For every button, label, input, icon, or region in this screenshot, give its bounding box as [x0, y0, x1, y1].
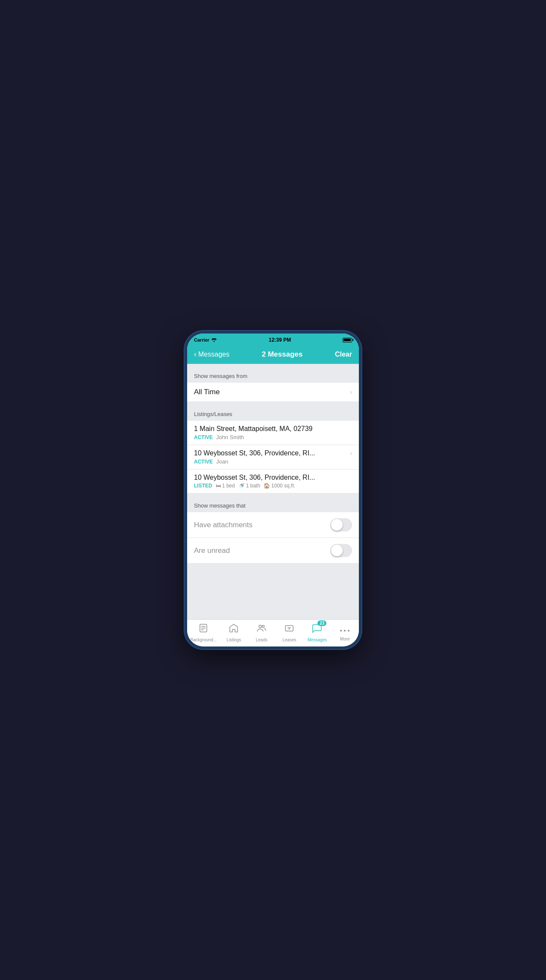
listing-1-status-row: ACTIVE John Smith: [194, 434, 352, 440]
more-icon: [340, 624, 350, 635]
are-unread-row: Are unread: [187, 538, 359, 564]
leases-icon: [284, 623, 294, 636]
bath-icon: 🚿: [238, 483, 245, 489]
listing-2-status-row: ACTIVE Joan: [194, 458, 315, 465]
listing-1-address: 1 Main Street, Mattapoisett, MA, 02739: [194, 425, 352, 433]
listing-3-baths: 🚿 1 bath: [238, 483, 260, 489]
listings-leases-label: Listings/Leases: [194, 411, 232, 417]
have-attachments-label: Have attachments: [194, 521, 252, 529]
listings-icon: [229, 623, 239, 636]
back-chevron-icon: ‹: [194, 350, 197, 359]
sqft-label: 1000 sq.ft.: [271, 483, 295, 489]
bed-icon: 🛏: [216, 483, 221, 489]
back-button[interactable]: ‹ Messages: [194, 350, 229, 359]
wifi-icon: [211, 338, 217, 342]
listings-group: 1 Main Street, Mattapoisett, MA, 02739 A…: [187, 421, 359, 493]
all-time-label: All Time: [194, 388, 220, 396]
have-attachments-toggle[interactable]: [330, 518, 352, 531]
home-icon: 🏠: [264, 483, 270, 489]
messages-icon-container: 23: [312, 623, 322, 636]
have-attachments-row: Have attachments: [187, 512, 359, 538]
leases-tab-label: Leases: [282, 638, 296, 642]
show-messages-from-label: Show messages from: [194, 373, 247, 379]
are-unread-label: Are unread: [194, 546, 230, 555]
svg-point-11: [348, 630, 349, 632]
listing-2-chevron-icon: ›: [350, 449, 352, 457]
svg-point-5: [262, 626, 264, 628]
svg-point-9: [340, 630, 342, 632]
tab-background[interactable]: Background...: [191, 623, 217, 642]
svg-point-4: [259, 625, 261, 628]
nav-title: 2 Messages: [262, 350, 302, 359]
baths-label: 1 bath: [246, 483, 260, 489]
listing-3-address: 10 Weybosset St, 306, Providence, RI...: [194, 474, 352, 481]
more-tab-label: More: [340, 637, 350, 641]
show-messages-that-header: Show messages that: [187, 493, 359, 512]
listing-2-content: 10 Weybosset St, 306, Providence, RI... …: [194, 449, 315, 465]
tab-messages[interactable]: 23 Messages: [306, 623, 328, 642]
tab-leads[interactable]: Leads: [251, 623, 272, 642]
status-time: 12:39 PM: [269, 337, 291, 343]
phone-screen: Carrier 12:39 PM ‹ Messages 2 Messages: [187, 334, 359, 646]
listing-item-2[interactable]: 10 Weybosset St, 306, Providence, RI... …: [187, 445, 359, 469]
show-messages-that-label: Show messages that: [194, 502, 246, 509]
background-icon: [198, 623, 208, 636]
have-attachments-toggle-knob: [331, 519, 343, 531]
show-messages-from-header: Show messages from: [187, 364, 359, 383]
leads-icon: [256, 623, 267, 636]
nav-bar: ‹ Messages 2 Messages Clear: [187, 345, 359, 364]
listing-1-status: ACTIVE: [194, 434, 213, 440]
messages-icon: [312, 625, 322, 635]
listing-3-sqft: 🏠 1000 sq.ft.: [264, 483, 295, 489]
listing-3-status: LISTED: [194, 483, 212, 489]
listing-2-status: ACTIVE: [194, 459, 213, 465]
listings-tab-label: Listings: [226, 638, 241, 642]
svg-point-8: [289, 629, 290, 630]
are-unread-toggle-knob: [331, 545, 343, 556]
battery-fill: [343, 339, 350, 341]
messages-badge: 23: [317, 620, 326, 626]
tab-bar: Background... Listings: [187, 619, 359, 646]
status-bar: Carrier 12:39 PM: [187, 334, 359, 345]
are-unread-toggle[interactable]: [330, 544, 352, 557]
listing-3-details: 🛏 1 bed 🚿 1 bath 🏠 1000 sq.ft.: [216, 483, 295, 489]
listings-leases-header: Listings/Leases: [187, 402, 359, 421]
tab-more[interactable]: More: [334, 624, 355, 641]
beds-label: 1 bed: [222, 483, 235, 489]
all-time-row[interactable]: All Time ›: [187, 383, 359, 402]
carrier-label: Carrier: [194, 337, 217, 342]
listing-item-1[interactable]: 1 Main Street, Mattapoisett, MA, 02739 A…: [187, 421, 359, 445]
listing-3-status-row: LISTED 🛏 1 bed 🚿 1 bath 🏠: [194, 483, 352, 489]
listing-item-3[interactable]: 10 Weybosset St, 306, Providence, RI... …: [187, 469, 359, 493]
phone-frame: Carrier 12:39 PM ‹ Messages 2 Messages: [185, 331, 361, 649]
back-label: Messages: [198, 351, 229, 358]
listing-3-beds: 🛏 1 bed: [216, 483, 235, 489]
listing-2-owner: Joan: [216, 458, 228, 465]
listing-1-owner: John Smith: [216, 434, 244, 440]
listing-2-address: 10 Weybosset St, 306, Providence, RI...: [194, 449, 315, 457]
empty-space: [187, 564, 359, 619]
background-tab-label: Background...: [191, 638, 217, 642]
battery-indicator: [343, 338, 352, 342]
tab-leases[interactable]: Leases: [279, 623, 300, 642]
battery-icon: [343, 338, 352, 342]
leads-tab-label: Leads: [256, 638, 267, 642]
all-time-chevron-icon: ›: [350, 388, 352, 396]
messages-tab-label: Messages: [308, 638, 327, 642]
content-area: Show messages from All Time › Listings/L…: [187, 364, 359, 619]
tab-listings[interactable]: Listings: [223, 623, 244, 642]
svg-point-10: [344, 630, 346, 632]
clear-button[interactable]: Clear: [335, 351, 352, 358]
